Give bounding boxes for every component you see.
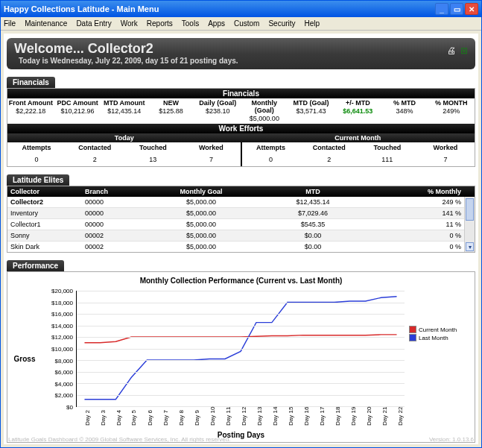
plot-area [76,291,405,407]
menu-tools[interactable]: Tools [182,19,199,28]
table-row[interactable]: Inventory00000$5,000.00$7,029.46141 % [7,208,475,219]
table-row[interactable]: Sonny00002$5,000.00$0.000 % [7,230,475,242]
elites-header-row: Collector Branch Monthly Goal MTD % Mont… [7,186,475,197]
elites-body[interactable]: ▾ Collector200000$5,000.00$12,435.14249 … [7,197,475,252]
financials-tag: Financials [7,77,55,88]
menu-bar: File Maintenance Data Entry Work Reports… [1,17,481,31]
menu-maintenance[interactable]: Maintenance [25,19,67,28]
financials-heading: Financials [7,89,475,98]
print-icon[interactable]: 🖨 [447,45,456,56]
title-bar[interactable]: Happy Collections Latitude - Main Menu _… [1,1,481,17]
financials-panel: Financials Front Amount$2,222.18 PDC Amo… [7,88,475,167]
maximize-button[interactable]: ▭ [450,3,463,15]
footer: Latitude Goals Dashboard © 2009 Global S… [8,436,474,443]
menu-apps[interactable]: Apps [208,19,225,28]
app-window: Happy Collections Latitude - Main Menu _… [0,0,482,448]
legend-swatch-last [409,334,416,341]
work-efforts-heading: Work Efforts [7,124,475,133]
close-button[interactable]: ✕ [465,3,478,15]
elites-panel: Collector Branch Monthly Goal MTD % Mont… [7,186,475,253]
chart-title: Monthly Collection Performance (Current … [10,277,472,285]
excel-icon[interactable]: ⊞ [460,45,468,56]
window-title: Happy Collections Latitude - Main Menu [4,4,434,13]
financials-headers: Front Amount$2,222.18 PDC Amount$10,212.… [7,98,475,124]
welcome-subtitle: Today is Wednesday, July 22, 2009, day 1… [19,57,468,65]
elites-tag: Latitude Elites [7,174,69,186]
table-row[interactable]: Collector100000$5,000.00$545.3511 % [7,219,475,230]
legend-swatch-current [409,326,416,333]
performance-tag: Performance [7,260,64,271]
menu-security[interactable]: Security [268,19,295,28]
scrollbar-down-icon[interactable]: ▾ [466,242,474,251]
chart-legend: Current Month Last Month [409,325,472,342]
y-axis-label: Gross [10,288,39,429]
welcome-title: Welcome... Collector2 [14,41,468,57]
work-efforts-subhead: Today Current Month [7,133,475,142]
welcome-banner: Welcome... Collector2 Today is Wednesday… [7,38,475,69]
menu-help[interactable]: Help [305,19,320,28]
performance-panel: Monthly Collection Performance (Current … [7,271,475,443]
menu-reports[interactable]: Reports [147,19,173,28]
menu-file[interactable]: File [4,19,16,28]
scrollbar-thumb[interactable] [466,198,474,221]
table-row[interactable]: Skin Dark00002$5,000.00$0.000 % [7,242,475,252]
menu-work[interactable]: Work [121,19,138,28]
elites-scrollbar[interactable]: ▾ [464,197,475,252]
minimize-button[interactable]: _ [435,3,448,15]
content-area: Welcome... Collector2 Today is Wednesday… [4,34,478,444]
menu-custom[interactable]: Custom [234,19,259,28]
table-row[interactable]: Collector200000$5,000.00$12,435.14249 % [7,197,475,208]
chart-area: $0$2,000$4,000$6,000$8,000$10,000$12,000… [39,288,472,429]
menu-data-entry[interactable]: Data Entry [76,19,111,28]
